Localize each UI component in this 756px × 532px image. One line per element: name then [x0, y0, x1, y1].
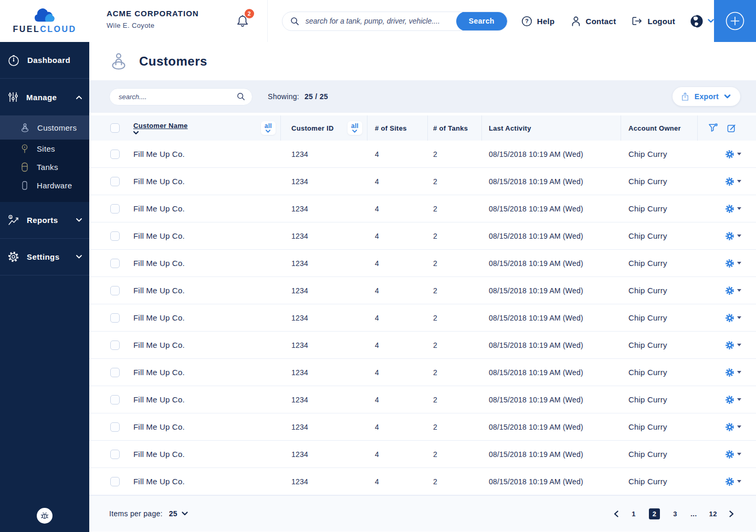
filter-all-customer-id[interactable]: all — [348, 121, 362, 135]
company-block: ACME CORPORATION Wile E. Coyote 2 — [89, 0, 268, 42]
row-actions-button[interactable] — [698, 177, 756, 186]
main-content: Customers Showing:25 / 25 Export — [89, 42, 756, 532]
edit-icon[interactable] — [727, 123, 737, 133]
search-button[interactable]: Search — [456, 12, 507, 31]
table-row[interactable]: Fill Me Up Co. 1234 4 2 08/15/2018 10:19… — [89, 250, 756, 277]
table-row[interactable]: Fill Me Up Co. 1234 4 2 08/15/2018 10:19… — [89, 386, 756, 413]
report-bug-button[interactable] — [37, 508, 52, 524]
prev-page-button[interactable] — [614, 510, 618, 517]
row-actions-button[interactable] — [698, 204, 756, 214]
notifications-button[interactable]: 2 — [236, 14, 250, 29]
table-row[interactable]: Fill Me Up Co. 1234 4 2 08/15/2018 10:19… — [89, 222, 756, 250]
next-page-button[interactable] — [729, 510, 734, 517]
num-sites: 4 — [368, 396, 428, 404]
row-actions-button[interactable] — [698, 341, 756, 350]
row-actions-button[interactable] — [698, 395, 756, 405]
row-checkbox[interactable] — [110, 177, 120, 186]
dashboard-gauge-icon — [7, 54, 20, 67]
table-row[interactable]: Fill Me Up Co. 1234 4 2 08/15/2018 10:19… — [89, 141, 756, 168]
table-row[interactable]: Fill Me Up Co. 1234 4 2 08/15/2018 10:19… — [89, 195, 756, 222]
customers-icon — [20, 123, 30, 133]
sidebar-item-customers[interactable]: Customers — [0, 115, 89, 140]
table-search-input[interactable] — [119, 93, 237, 101]
num-sites: 4 — [368, 341, 428, 349]
global-search-input[interactable] — [306, 17, 456, 25]
globe-icon — [689, 14, 704, 29]
row-checkbox[interactable] — [110, 150, 120, 159]
filter-icon[interactable] — [708, 123, 718, 133]
sidebar: Dashboard Manage Customers — [0, 42, 89, 532]
table-row[interactable]: Fill Me Up Co. 1234 4 2 08/15/2018 10:19… — [89, 304, 756, 332]
language-selector[interactable] — [689, 0, 714, 42]
row-checkbox[interactable] — [110, 422, 120, 432]
customer-id: 1234 — [281, 150, 368, 158]
sidebar-item-manage[interactable]: Manage — [0, 79, 89, 115]
row-checkbox[interactable] — [110, 231, 120, 241]
table-row[interactable]: Fill Me Up Co. 1234 4 2 08/15/2018 10:19… — [89, 277, 756, 304]
customer-name: Fill Me Up Co. — [133, 368, 185, 377]
row-checkbox[interactable] — [110, 259, 120, 268]
sidebar-item-settings[interactable]: Settings — [0, 239, 89, 275]
table-row[interactable]: Fill Me Up Co. 1234 4 2 08/15/2018 10:19… — [89, 332, 756, 359]
num-sites: 4 — [368, 314, 428, 322]
sidebar-item-hardware[interactable]: Hardware — [0, 176, 89, 195]
row-checkbox[interactable] — [110, 477, 120, 486]
row-actions-button[interactable] — [698, 477, 756, 486]
notification-badge: 2 — [245, 9, 254, 18]
table-row[interactable]: Fill Me Up Co. 1234 4 2 08/15/2018 10:19… — [89, 441, 756, 468]
col-customer-name: Customer Name all — [89, 115, 281, 141]
table-row[interactable]: Fill Me Up Co. 1234 4 2 08/15/2018 10:19… — [89, 468, 756, 495]
row-checkbox[interactable] — [110, 286, 120, 295]
contact-link[interactable]: Contact — [571, 16, 616, 27]
account-owner: Chip Curry — [621, 259, 698, 268]
row-actions-button[interactable] — [698, 259, 756, 268]
fuelcloud-logo[interactable]: FUELCLOUD — [0, 0, 89, 42]
last-activity: 08/15/2018 10:19 AM (Wed) — [482, 477, 621, 486]
table-row[interactable]: Fill Me Up Co. 1234 4 2 08/15/2018 10:19… — [89, 359, 756, 386]
export-button[interactable]: Export — [673, 87, 740, 106]
help-link[interactable]: ? Help — [521, 16, 555, 27]
page-3[interactable]: 3 — [672, 510, 678, 518]
filter-all-customer-name[interactable]: all — [261, 121, 276, 135]
row-checkbox[interactable] — [110, 368, 120, 377]
table-row[interactable]: Fill Me Up Co. 1234 4 2 08/15/2018 10:19… — [89, 168, 756, 195]
sort-customer-name[interactable]: Customer Name — [133, 122, 188, 130]
row-actions-button[interactable] — [698, 450, 756, 459]
row-actions-button[interactable] — [698, 368, 756, 377]
brand-wordmark: FUELCLOUD — [13, 25, 76, 34]
select-all-checkbox[interactable] — [110, 123, 120, 133]
sidebar-item-sites[interactable]: Sites — [0, 140, 89, 158]
row-checkbox[interactable] — [110, 313, 120, 323]
customer-id: 1234 — [281, 396, 368, 404]
caret-down-icon — [737, 480, 741, 483]
row-checkbox[interactable] — [110, 450, 120, 459]
row-actions-button[interactable] — [698, 286, 756, 295]
page-12[interactable]: 12 — [709, 510, 717, 518]
page-2-active[interactable]: 2 — [649, 508, 660, 519]
chevron-up-icon — [76, 95, 82, 99]
page-header: Customers — [89, 42, 756, 80]
table-row[interactable]: Fill Me Up Co. 1234 4 2 08/15/2018 10:19… — [89, 413, 756, 441]
account-owner: Chip Curry — [621, 477, 698, 486]
customer-name: Fill Me Up Co. — [133, 150, 185, 158]
customer-id: 1234 — [281, 477, 368, 486]
add-new-button[interactable] — [714, 0, 756, 42]
account-owner: Chip Curry — [621, 150, 698, 158]
gear-icon — [725, 286, 734, 295]
items-per-page[interactable]: Items per page: 25 — [109, 509, 188, 518]
row-actions-button[interactable] — [698, 422, 756, 432]
sidebar-item-tanks[interactable]: Tanks — [0, 158, 89, 176]
row-checkbox[interactable] — [110, 204, 120, 214]
num-sites: 4 — [368, 150, 428, 158]
row-checkbox[interactable] — [110, 395, 120, 405]
row-actions-button[interactable] — [698, 231, 756, 241]
customer-name: Fill Me Up Co. — [133, 395, 185, 404]
row-actions-button[interactable] — [698, 313, 756, 323]
showing-count: Showing:25 / 25 — [268, 92, 328, 101]
page-1[interactable]: 1 — [631, 510, 637, 518]
sidebar-item-reports[interactable]: $ Reports — [0, 202, 89, 239]
row-actions-button[interactable] — [698, 150, 756, 159]
logout-link[interactable]: Logout — [632, 16, 675, 26]
sidebar-item-dashboard[interactable]: Dashboard — [0, 42, 89, 79]
row-checkbox[interactable] — [110, 341, 120, 350]
